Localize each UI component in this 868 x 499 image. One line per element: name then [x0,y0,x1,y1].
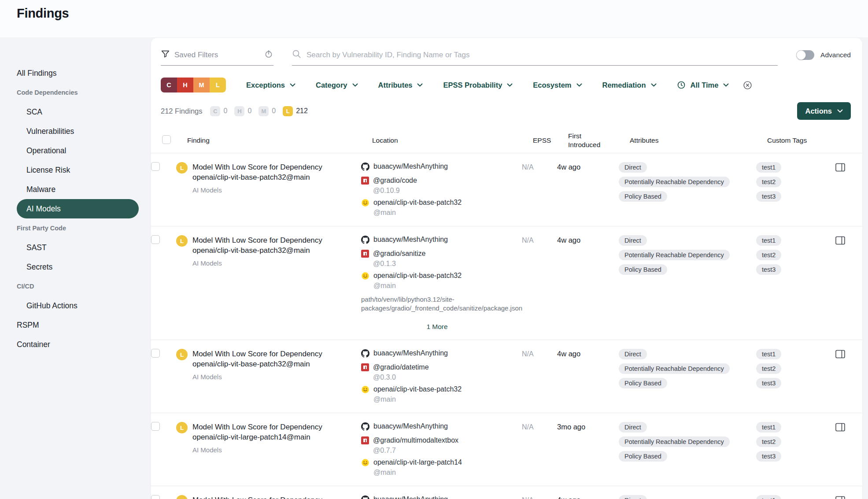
row-checkbox[interactable] [151,349,160,358]
table-row: L Model With Low Score for Dependency op… [151,153,862,226]
package-name[interactable]: @gradio/datetime [373,363,429,371]
sidebar-item-license-risk[interactable]: License Risk [17,160,139,180]
finding-title[interactable]: Model With Low Score for Dependency open… [192,495,344,499]
github-icon [361,236,369,246]
attribute-pill: Potentially Reachable Dependency [619,177,730,187]
attribute-pill: Potentially Reachable Dependency [619,363,730,374]
first-introduced-value: 4w ago [557,495,619,499]
sidebar: All FindingsCode DependenciesSCAVulnerab… [0,38,151,499]
github-icon [361,422,369,433]
model-name[interactable]: openai/clip-vit-base-patch32 [373,385,462,393]
sidebar-item-all-findings[interactable]: All Findings [17,63,139,83]
column-header-finding: Finding [187,136,372,145]
repo-name[interactable]: buaacyw/MeshAnything [373,422,448,433]
open-side-panel-icon[interactable] [835,495,851,499]
repo-name[interactable]: buaacyw/MeshAnything [373,162,448,173]
time-filter-dropdown[interactable]: All Time [677,81,729,89]
row-checkbox[interactable] [151,235,160,244]
attribute-pill: Potentially Reachable Dependency [619,250,730,260]
custom-tag-pill: test3 [756,264,781,275]
sidebar-item-sca[interactable]: SCA [17,102,139,122]
custom-tag-pill: test2 [756,363,781,374]
model-name[interactable]: openai/clip-vit-base-patch32 [373,199,462,206]
time-filter-label: All Time [691,81,719,89]
attribute-pill: Policy Based [619,378,667,388]
attribute-pill: Policy Based [619,451,667,462]
finding-title[interactable]: Model With Low Score for Dependency open… [192,162,344,182]
severity-chip-l[interactable]: L [210,78,226,92]
epss-value: N/A [522,422,557,431]
chevron-down-icon [352,83,358,87]
sidebar-item-sast[interactable]: SAST [17,238,139,257]
package-name[interactable]: @gradio/code [373,177,417,184]
sidebar-item-ai-models[interactable]: AI Models [17,199,139,218]
huggingface-icon [361,458,369,477]
custom-tag-pill: test1 [756,349,781,359]
row-checkbox[interactable] [151,422,160,431]
repo-name[interactable]: buaacyw/MeshAnything [373,495,448,499]
actions-button[interactable]: Actions [797,102,851,120]
sidebar-item-vulnerabilities[interactable]: Vulnerabilities [17,122,139,141]
severity-badge: L [176,235,188,247]
model-name[interactable]: openai/clip-vit-base-patch32 [373,272,462,279]
open-side-panel-icon[interactable] [835,235,851,247]
attributes-cell: DirectPotentially Reachable DependencyPo… [619,422,756,462]
custom-tag-pill: test3 [756,451,781,462]
table-row: L Model With Low Score for Dependency op… [151,413,862,486]
package-version: @0.10.9 [373,186,417,195]
search-input[interactable] [307,51,778,59]
attribute-pill: Direct [619,495,647,499]
open-side-panel-icon[interactable] [835,162,851,174]
table-row: L Model With Low Score for Dependency op… [151,486,862,499]
epss-value: N/A [522,162,557,171]
open-side-panel-icon[interactable] [835,349,851,360]
sidebar-item-operational[interactable]: Operational [17,141,139,160]
package-name[interactable]: @gradio/sanitize [373,250,425,257]
finding-title[interactable]: Model With Low Score for Dependency open… [192,349,344,369]
repo-name[interactable]: buaacyw/MeshAnything [373,349,448,360]
finding-title[interactable]: Model With Low Score for Dependency open… [192,422,344,442]
sidebar-item-container[interactable]: Container [17,335,139,354]
remediation-dropdown[interactable]: Remediation [602,81,657,89]
advanced-toggle[interactable] [796,50,814,60]
package-name[interactable]: @gradio/multimodaltextbox [373,436,458,444]
finding-title[interactable]: Model With Low Score for Dependency open… [192,235,344,255]
exceptions-dropdown[interactable]: Exceptions [246,81,295,89]
github-icon [361,349,369,360]
saved-filters-field[interactable]: Saved Filters [161,44,273,66]
custom-tag-pill: test1 [756,495,781,499]
upload-filter-icon[interactable] [264,49,273,61]
severity-filter-group[interactable]: CHML [161,78,226,92]
attributes-cell: DirectPotentially Reachable DependencyPo… [619,349,756,388]
row-checkbox[interactable] [151,495,160,499]
column-header-first-introduced: First Introduced [568,132,609,149]
repo-name[interactable]: buaacyw/MeshAnything [373,235,448,246]
sidebar-item-secrets[interactable]: Secrets [17,257,139,277]
severity-chip-h[interactable]: H [177,78,193,92]
finding-category: AI Models [192,446,344,454]
severity-count-m: M0 [259,106,276,116]
custom-tags-cell: test1test2test3 [756,495,835,499]
sidebar-item-github-actions[interactable]: GitHub Actions [17,296,139,315]
findings-total: 212 Findings [161,107,202,115]
sidebar-item-malware[interactable]: Malware [17,180,139,199]
ecosystem-dropdown[interactable]: Ecosystem [533,81,582,89]
custom-tags-cell: test1test2test3 [756,235,835,275]
clear-filters-icon[interactable] [743,81,752,90]
epss-value: N/A [522,349,557,358]
open-side-panel-icon[interactable] [835,422,851,433]
epss-probability-dropdown[interactable]: EPSS Probability [443,81,513,89]
epss-value: N/A [522,235,557,244]
attributes-dropdown[interactable]: Attributes [378,81,423,89]
select-all-checkbox[interactable] [162,135,171,144]
severity-chip-c[interactable]: C [161,78,177,92]
show-more-link[interactable]: 1 More [361,323,513,331]
github-icon [361,495,369,499]
severity-chip-m[interactable]: M [193,78,210,92]
npm-package-icon [361,177,369,195]
row-checkbox[interactable] [151,162,160,171]
model-name[interactable]: openai/clip-vit-large-patch14 [373,458,462,466]
search-field[interactable] [292,44,778,66]
sidebar-item-rspm[interactable]: RSPM [17,315,139,335]
category-dropdown[interactable]: Category [316,81,358,89]
